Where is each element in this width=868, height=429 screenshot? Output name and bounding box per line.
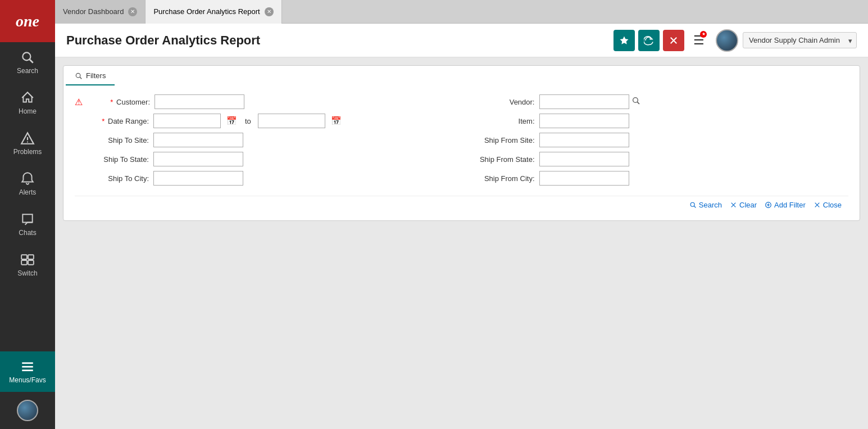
- page-header: Purchase Order Analytics Report ☰ ★ Vend…: [55, 24, 868, 57]
- item-label: Item:: [473, 117, 535, 125]
- ship-to-state-input[interactable]: [153, 152, 243, 166]
- filter-grid: ⚠ * Customer: * Date Range: 📅 to 📅: [75, 94, 848, 190]
- ship-from-site-label: Ship From Site:: [473, 136, 535, 144]
- tab-vendor-dashboard-close[interactable]: ✕: [128, 7, 137, 16]
- switch-icon: [20, 252, 35, 267]
- sidebar-item-problems-label: Problems: [13, 148, 42, 156]
- ship-to-site-input[interactable]: [153, 133, 243, 147]
- filter-row-ship-from-city: Ship From City:: [473, 171, 849, 186]
- ship-from-city-input[interactable]: [539, 171, 629, 186]
- add-filter-link[interactable]: Add Filter: [765, 201, 806, 209]
- notification-badge: ★: [700, 31, 707, 38]
- vendor-label: Vendor:: [473, 98, 535, 106]
- item-input[interactable]: [539, 114, 629, 128]
- filter-row-ship-to-site: Ship To Site:: [75, 133, 451, 147]
- refresh-button[interactable]: [638, 30, 660, 51]
- sidebar-item-problems[interactable]: Problems: [0, 123, 55, 164]
- svg-line-15: [80, 77, 81, 79]
- sidebar-item-switch[interactable]: Switch: [0, 245, 55, 285]
- svg-point-3: [27, 141, 28, 142]
- sidebar-item-chats[interactable]: Chats: [0, 204, 55, 245]
- ship-to-state-label: Ship To State:: [87, 155, 149, 164]
- tab-po-analytics[interactable]: Purchase Order Analytics Report ✕: [146, 0, 281, 24]
- svg-point-16: [633, 98, 638, 103]
- filter-row-customer: ⚠ * Customer:: [75, 94, 451, 109]
- vendor-search-icon: [631, 96, 640, 105]
- app-logo[interactable]: one: [0, 0, 55, 42]
- clear-link-label: Clear: [739, 201, 757, 209]
- filter-actions: Search Clear Add Filter Close: [75, 196, 848, 215]
- search-link-label: Search: [699, 201, 722, 209]
- chat-icon: [20, 212, 35, 227]
- tab-vendor-dashboard-label: Vendor Dashboard: [63, 7, 124, 16]
- avatar: [17, 400, 38, 421]
- ship-from-city-label: Ship From City:: [473, 174, 535, 183]
- favorite-button[interactable]: [613, 30, 635, 51]
- customer-input[interactable]: [154, 94, 244, 109]
- refresh-icon: [644, 35, 654, 46]
- sidebar: one Search Home Problems Alerts Chats Sw…: [0, 0, 55, 429]
- sidebar-item-chats-label: Chats: [19, 229, 36, 237]
- date-to-input[interactable]: [258, 114, 325, 128]
- header-actions: ☰ ★ Vendor Supply Chain Admin: [613, 29, 857, 52]
- search-filter-icon: [75, 72, 83, 80]
- close-icon: [669, 35, 679, 46]
- ship-from-site-input[interactable]: [539, 133, 629, 147]
- sidebar-item-menus[interactable]: Menus/Favs: [0, 351, 55, 392]
- close-filter-link[interactable]: Close: [814, 201, 842, 209]
- page-content: Filters ⚠ * Customer: * Date Ran: [55, 57, 868, 429]
- filter-row-date-range: * Date Range: 📅 to 📅: [75, 114, 451, 128]
- svg-rect-4: [21, 255, 27, 259]
- date-to-label: to: [245, 117, 251, 125]
- tab-po-analytics-close[interactable]: ✕: [265, 7, 274, 16]
- svg-rect-9: [22, 366, 33, 368]
- filters-tab-label: Filters: [86, 71, 106, 80]
- header-avatar: [716, 29, 738, 52]
- svg-rect-6: [21, 260, 27, 265]
- menu-icon: [20, 359, 35, 374]
- clear-link[interactable]: Clear: [730, 201, 757, 209]
- tab-vendor-dashboard[interactable]: Vendor Dashboard ✕: [55, 0, 146, 24]
- filter-body: ⚠ * Customer: * Date Range: 📅 to 📅: [63, 85, 860, 220]
- header-user: Vendor Supply Chain Admin: [716, 29, 857, 52]
- ship-to-city-label: Ship To City:: [87, 174, 149, 183]
- sidebar-item-search[interactable]: Search: [0, 42, 55, 83]
- sidebar-item-alerts-label: Alerts: [19, 188, 37, 196]
- page-title: Purchase Order Analytics Report: [66, 33, 613, 48]
- ship-from-state-label: Ship From State:: [473, 155, 535, 164]
- svg-line-19: [694, 206, 696, 207]
- vendor-search-button[interactable]: [631, 96, 640, 107]
- user-role-select[interactable]: Vendor Supply Chain Admin: [743, 32, 857, 48]
- sidebar-item-home[interactable]: Home: [0, 83, 55, 123]
- search-link[interactable]: Search: [689, 201, 722, 209]
- main-content: Vendor Dashboard ✕ Purchase Order Analyt…: [55, 0, 868, 429]
- svg-rect-10: [22, 369, 33, 371]
- date-from-calendar-button[interactable]: 📅: [225, 116, 238, 126]
- filter-row-ship-from-site: Ship From Site:: [473, 133, 849, 147]
- date-to-calendar-button[interactable]: 📅: [330, 116, 343, 126]
- filters-tab[interactable]: Filters: [66, 67, 115, 85]
- bell-icon: [20, 171, 35, 186]
- ship-to-city-input[interactable]: [153, 171, 243, 186]
- tab-bar: Vendor Dashboard ✕ Purchase Order Analyt…: [55, 0, 868, 24]
- filter-right-col: Vendor: Item:: [473, 94, 849, 190]
- sidebar-bottom: Menus/Favs: [0, 351, 55, 429]
- close-button[interactable]: [663, 30, 684, 51]
- sidebar-avatar[interactable]: [0, 392, 55, 429]
- filter-panel: Filters ⚠ * Customer: * Date Ran: [63, 65, 860, 221]
- star-icon: [619, 35, 629, 46]
- logo-text: one: [16, 12, 39, 30]
- close-filter-icon: [814, 201, 821, 209]
- date-from-input[interactable]: [153, 114, 221, 128]
- sidebar-item-home-label: Home: [19, 107, 37, 115]
- filter-row-ship-to-state: Ship To State:: [75, 152, 451, 166]
- ship-to-site-label: Ship To Site:: [87, 136, 149, 144]
- header-menu-button[interactable]: ☰ ★: [693, 33, 705, 48]
- sidebar-item-alerts[interactable]: Alerts: [0, 164, 55, 204]
- vendor-input[interactable]: [539, 94, 629, 109]
- ship-from-state-input[interactable]: [539, 152, 629, 166]
- customer-label: * Customer:: [88, 98, 150, 106]
- filter-row-item: Item:: [473, 114, 849, 128]
- filter-row-vendor: Vendor:: [473, 94, 849, 109]
- svg-line-1: [30, 60, 33, 63]
